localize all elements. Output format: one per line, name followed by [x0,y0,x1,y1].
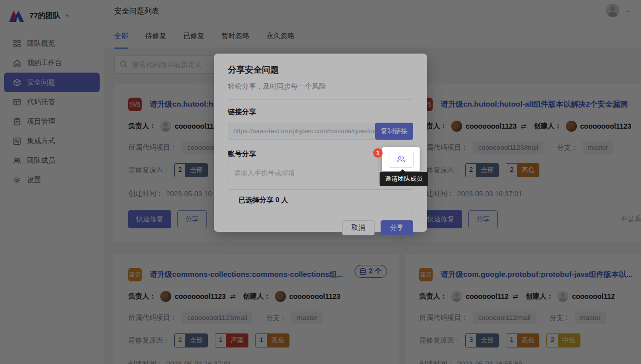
invite-tooltip: 邀请团队成员 [380,172,428,186]
guide-overlay [0,0,641,364]
guide-highlight-card [382,147,420,171]
people-icon [397,155,405,163]
invite-members-button-highlight[interactable] [389,151,414,168]
guide-step-badge: 1 [373,148,383,158]
